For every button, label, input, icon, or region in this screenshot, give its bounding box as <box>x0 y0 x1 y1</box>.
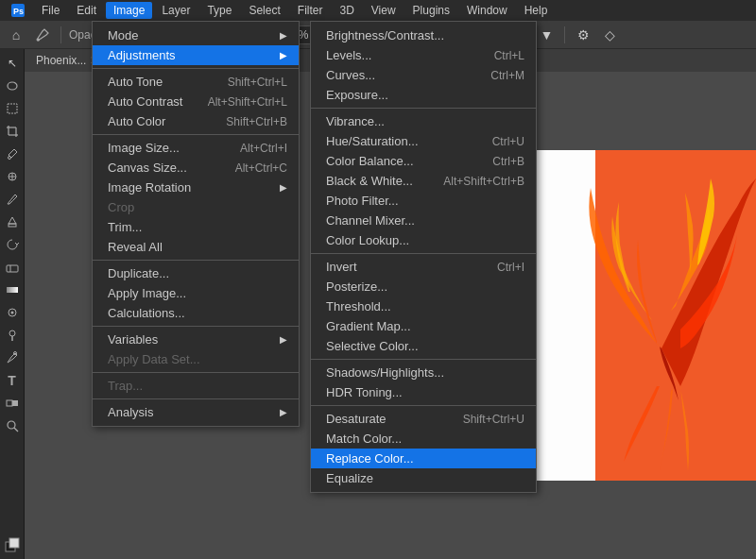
move-tool[interactable]: ↖ <box>2 53 23 74</box>
gradient-tool[interactable] <box>2 280 23 300</box>
brush-tool-icon[interactable] <box>32 25 53 45</box>
menu-apply-image[interactable]: Apply Image... <box>93 283 299 303</box>
adj-divider-3 <box>311 359 536 360</box>
crop-tool[interactable] <box>2 121 23 142</box>
menu-shortcut-color-balance: Ctrl+B <box>492 155 524 168</box>
menu-replace-color[interactable]: Replace Color... <box>311 449 536 468</box>
eyedropper-tool[interactable] <box>2 144 23 164</box>
menubar-image[interactable]: Image <box>106 2 152 19</box>
menu-channel-mixer[interactable]: Channel Mixer... <box>311 211 536 230</box>
svg-point-2 <box>37 38 40 41</box>
home-icon[interactable]: ⌂ <box>6 25 26 45</box>
menubar-select[interactable]: Select <box>241 2 287 19</box>
history-brush-tool[interactable] <box>2 234 23 255</box>
eraser-tool[interactable] <box>2 257 23 278</box>
menu-variables[interactable]: Variables ▶ <box>93 330 299 349</box>
menu-arrow-variables: ▶ <box>280 334 287 345</box>
menu-canvas-size[interactable]: Canvas Size... Alt+Ctrl+C <box>93 158 299 178</box>
menu-arrow-mode: ▶ <box>280 30 287 41</box>
svg-line-26 <box>14 428 18 432</box>
svg-point-19 <box>10 312 13 314</box>
menu-shadows-highlights[interactable]: Shadows/Highlights... <box>311 363 536 382</box>
menu-desaturate[interactable]: Desaturate Shift+Ctrl+U <box>311 409 536 429</box>
menu-adjustments[interactable]: Adjustments ▶ <box>93 45 299 65</box>
marquee-tool[interactable] <box>2 98 23 119</box>
menu-brightness-contrast[interactable]: Brightness/Contrast... <box>311 25 536 45</box>
menu-match-color[interactable]: Match Color... <box>311 429 536 449</box>
menu-shortcut-auto-color: Shift+Ctrl+B <box>226 115 287 128</box>
menu-arrow-analysis: ▶ <box>280 407 287 417</box>
menubar-edit[interactable]: Edit <box>69 2 104 19</box>
menu-hue-saturation[interactable]: Hue/Saturation... Ctrl+U <box>311 131 536 151</box>
menu-equalize[interactable]: Equalize <box>311 468 536 488</box>
menu-threshold[interactable]: Threshold... <box>311 296 536 316</box>
image-menu: Mode ▶ Adjustments ▶ Auto Tone Shift+Ctr… <box>92 21 300 427</box>
menu-shortcut-desaturate: Shift+Ctrl+U <box>463 413 524 426</box>
svg-rect-5 <box>8 104 17 113</box>
type-tool[interactable]: T <box>2 370 23 391</box>
toolbar-separator-5 <box>564 26 565 43</box>
menu-hdr-toning[interactable]: HDR Toning... <box>311 382 536 402</box>
menubar-ps[interactable]: Ps <box>4 2 32 19</box>
menu-exposure[interactable]: Exposure... <box>311 85 536 105</box>
menubar-file[interactable]: File <box>34 2 67 19</box>
left-toolbar: ↖ <box>0 49 25 559</box>
menu-vibrance[interactable]: Vibrance... <box>311 111 536 131</box>
menubar: Ps File Edit Image Layer Type Select Fil… <box>0 0 756 21</box>
menu-black-white[interactable]: Black & White... Alt+Shift+Ctrl+B <box>311 171 536 191</box>
menu-auto-tone[interactable]: Auto Tone Shift+Ctrl+L <box>93 72 299 92</box>
menu-duplicate[interactable]: Duplicate... <box>93 263 299 283</box>
menu-reveal-all[interactable]: Reveal All <box>93 237 299 257</box>
menu-analysis[interactable]: Analysis ▶ <box>93 402 299 422</box>
svg-text:Ps: Ps <box>13 7 24 16</box>
menu-calculations[interactable]: Calculations... <box>93 303 299 323</box>
menu-auto-color[interactable]: Auto Color Shift+Ctrl+B <box>93 111 299 131</box>
menu-shortcut-curves: Ctrl+M <box>490 69 524 82</box>
menu-levels[interactable]: Levels... Ctrl+L <box>311 45 536 65</box>
menubar-3d[interactable]: 3D <box>332 2 361 19</box>
menubar-layer[interactable]: Layer <box>154 2 198 19</box>
menu-image-rotation[interactable]: Image Rotation ▶ <box>93 178 299 197</box>
menu-auto-contrast[interactable]: Auto Contrast Alt+Shift+Ctrl+L <box>93 92 299 111</box>
menu-invert[interactable]: Invert Ctrl+I <box>311 257 536 277</box>
adj-divider-2 <box>311 253 536 254</box>
brush-tool[interactable] <box>2 189 23 210</box>
svg-rect-23 <box>7 400 12 406</box>
menu-shortcut-invert: Ctrl+I <box>497 261 524 274</box>
menu-divider-6 <box>93 398 299 399</box>
menu-image-size[interactable]: Image Size... Alt+Ctrl+I <box>93 138 299 158</box>
menubar-type[interactable]: Type <box>199 2 239 19</box>
shape-tool[interactable] <box>2 393 23 414</box>
menubar-window[interactable]: Window <box>459 2 515 19</box>
healing-brush-tool[interactable] <box>2 166 23 187</box>
menu-trim[interactable]: Trim... <box>93 217 299 237</box>
menu-curves[interactable]: Curves... Ctrl+M <box>311 65 536 85</box>
angle-icon[interactable]: ◇ <box>599 25 620 45</box>
menu-divider-2 <box>93 134 299 135</box>
menubar-filter[interactable]: Filter <box>290 2 331 19</box>
menu-selective-color[interactable]: Selective Color... <box>311 336 536 356</box>
menubar-view[interactable]: View <box>364 2 404 19</box>
lasso-tool[interactable] <box>2 76 23 96</box>
svg-point-10 <box>8 157 10 160</box>
smoothing-arrow-icon[interactable]: ▼ <box>536 25 557 45</box>
menu-mode[interactable]: Mode ▶ <box>93 25 299 45</box>
menu-color-lookup[interactable]: Color Lookup... <box>311 230 536 250</box>
menu-posterize[interactable]: Posterize... <box>311 277 536 296</box>
dodge-tool[interactable] <box>2 325 23 346</box>
adj-divider-4 <box>311 405 536 406</box>
adj-divider-1 <box>311 108 536 109</box>
foreground-color[interactable] <box>2 534 23 555</box>
svg-rect-24 <box>12 400 18 406</box>
svg-point-20 <box>9 330 15 336</box>
clone-stamp-tool[interactable] <box>2 212 23 232</box>
menu-photo-filter[interactable]: Photo Filter... <box>311 191 536 211</box>
menubar-help[interactable]: Help <box>517 2 556 19</box>
settings-icon[interactable]: ⚙ <box>573 25 593 45</box>
menubar-plugins[interactable]: Plugins <box>405 2 457 19</box>
pen-tool[interactable] <box>2 347 23 368</box>
blur-tool[interactable] <box>2 302 23 323</box>
menu-color-balance[interactable]: Color Balance... Ctrl+B <box>311 151 536 171</box>
menu-gradient-map[interactable]: Gradient Map... <box>311 316 536 336</box>
zoom-tool[interactable] <box>2 415 23 436</box>
